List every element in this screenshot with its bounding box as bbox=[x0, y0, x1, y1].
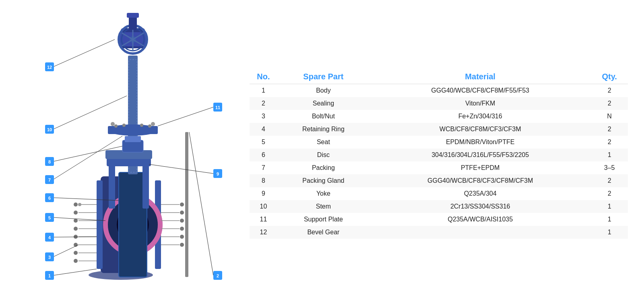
svg-text:4: 4 bbox=[48, 235, 51, 240]
parts-table: No. Spare Part Material Qty. 1BodyGGG40/… bbox=[250, 70, 628, 239]
svg-point-31 bbox=[74, 227, 78, 231]
cell-qty: 2 bbox=[591, 136, 628, 149]
cell-qty: 2 bbox=[591, 84, 628, 97]
cell-qty: 1 bbox=[591, 226, 628, 239]
cell-no: 12 bbox=[250, 226, 277, 239]
cell-material: Q235A/304 bbox=[369, 187, 591, 200]
table-row: 11Support PlateQ235A/WCB/AISI10351 bbox=[250, 213, 628, 226]
table-section: No. Spare Part Material Qty. 1BodyGGG40/… bbox=[242, 8, 628, 300]
svg-point-45 bbox=[180, 219, 184, 223]
table-row: 4Retaining RingWCB/CF8/CF8M/CF3/CF3M2 bbox=[250, 123, 628, 136]
svg-point-27 bbox=[74, 211, 78, 215]
cell-no: 9 bbox=[250, 187, 277, 200]
cell-no: 2 bbox=[250, 97, 277, 110]
table-row: 12Bevel Gear1 bbox=[250, 226, 628, 239]
svg-text:6: 6 bbox=[48, 196, 51, 201]
svg-line-68 bbox=[158, 107, 213, 126]
svg-rect-52 bbox=[185, 132, 188, 277]
svg-text:11: 11 bbox=[215, 105, 220, 110]
cell-material: WCB/CF8/CF8M/CF3/CF3M bbox=[369, 123, 591, 136]
svg-point-41 bbox=[180, 203, 184, 207]
cell-part: Retaining Ring bbox=[277, 123, 369, 136]
cell-material: PTFE+EPDM bbox=[369, 161, 591, 174]
cell-part: Sealing bbox=[277, 97, 369, 110]
cell-no: 10 bbox=[250, 200, 277, 213]
cell-material bbox=[369, 226, 591, 239]
svg-rect-16 bbox=[125, 136, 141, 142]
svg-point-21 bbox=[140, 124, 143, 127]
svg-point-47 bbox=[180, 227, 184, 231]
cell-no: 3 bbox=[250, 110, 277, 123]
cell-no: 1 bbox=[250, 84, 277, 97]
cell-no: 8 bbox=[250, 174, 277, 187]
cell-qty: 3–5 bbox=[591, 161, 628, 174]
svg-rect-12 bbox=[142, 160, 149, 209]
col-header-no: No. bbox=[250, 70, 277, 84]
svg-point-37 bbox=[74, 251, 78, 255]
cell-part: Seat bbox=[277, 136, 369, 149]
svg-rect-13 bbox=[107, 158, 151, 166]
col-header-part: Spare Part bbox=[277, 70, 369, 84]
cell-qty: 2 bbox=[591, 97, 628, 110]
svg-text:1: 1 bbox=[48, 273, 51, 278]
diagram-section: 12 11 10 9 8 7 6 bbox=[16, 8, 242, 300]
main-container: 12 11 10 9 8 7 6 bbox=[0, 0, 644, 308]
svg-point-63 bbox=[111, 122, 115, 126]
svg-point-51 bbox=[180, 243, 184, 247]
svg-line-74 bbox=[149, 164, 213, 174]
cell-material: Q235A/WCB/AISI1035 bbox=[369, 213, 591, 226]
svg-line-98 bbox=[189, 132, 213, 275]
cell-qty: N bbox=[591, 110, 628, 123]
cell-qty: 1 bbox=[591, 149, 628, 161]
valve-diagram: 12 11 10 9 8 7 6 bbox=[16, 7, 242, 301]
cell-material: 2Cr13/SS304/SS316 bbox=[369, 200, 591, 213]
svg-point-19 bbox=[114, 124, 118, 128]
col-header-qty: Qty. bbox=[591, 70, 628, 84]
cell-material: Fe+Zn/304/316 bbox=[369, 110, 591, 123]
svg-text:8: 8 bbox=[48, 159, 51, 164]
svg-text:12: 12 bbox=[47, 65, 52, 70]
table-row: 1BodyGGG40/WCB/CF8/CF8M/F55/F532 bbox=[250, 84, 628, 97]
cell-no: 11 bbox=[250, 213, 277, 226]
table-row: 2SealingViton/FKM2 bbox=[250, 97, 628, 110]
cell-qty: 2 bbox=[591, 123, 628, 136]
svg-text:7: 7 bbox=[48, 178, 51, 182]
cell-qty: 1 bbox=[591, 200, 628, 213]
col-header-material: Material bbox=[369, 70, 591, 84]
svg-rect-62 bbox=[127, 13, 139, 18]
cell-part: Bolt/Nut bbox=[277, 110, 369, 123]
svg-rect-11 bbox=[109, 160, 115, 209]
table-row: 5SeatEPDM/NBR/Viton/PTFE2 bbox=[250, 136, 628, 149]
svg-text:10: 10 bbox=[47, 127, 52, 132]
cell-no: 6 bbox=[250, 149, 277, 161]
svg-line-92 bbox=[53, 245, 78, 257]
cell-qty: 2 bbox=[591, 187, 628, 200]
table-row: 10Stem2Cr13/SS304/SS3161 bbox=[250, 200, 628, 213]
cell-material: GGG40/WCB/CF8/CF8M/F55/F53 bbox=[369, 84, 591, 97]
table-row: 8Packing GlandGGG40/WCB/CF8/CF3/CF8M/CF3… bbox=[250, 174, 628, 187]
cell-part: Disc bbox=[277, 149, 369, 161]
cell-part: Stem bbox=[277, 200, 369, 213]
svg-text:9: 9 bbox=[217, 172, 219, 176]
cell-no: 4 bbox=[250, 123, 277, 136]
cell-part: Yoke bbox=[277, 187, 369, 200]
cell-part: Body bbox=[277, 84, 369, 97]
svg-point-24 bbox=[74, 203, 78, 207]
svg-point-22 bbox=[148, 124, 151, 128]
table-row: 6Disc304/316/304L/316L/F55/F53/22051 bbox=[250, 149, 628, 161]
cell-qty: 2 bbox=[591, 174, 628, 187]
cell-material: Viton/FKM bbox=[369, 97, 591, 110]
table-row: 3Bolt/NutFe+Zn/304/316N bbox=[250, 110, 628, 123]
cell-material: 304/316/304L/316L/F55/F53/2205 bbox=[369, 149, 591, 161]
svg-point-25 bbox=[78, 203, 81, 206]
svg-line-71 bbox=[53, 96, 127, 129]
svg-rect-2 bbox=[97, 180, 103, 269]
cell-part: Packing bbox=[277, 161, 369, 174]
cell-part: Packing Gland bbox=[277, 174, 369, 187]
table-row: 9YokeQ235A/3042 bbox=[250, 187, 628, 200]
svg-point-20 bbox=[122, 124, 126, 127]
svg-point-49 bbox=[180, 235, 184, 239]
cell-part: Bevel Gear bbox=[277, 226, 369, 239]
cell-part: Support Plate bbox=[277, 213, 369, 226]
svg-point-43 bbox=[180, 211, 184, 215]
